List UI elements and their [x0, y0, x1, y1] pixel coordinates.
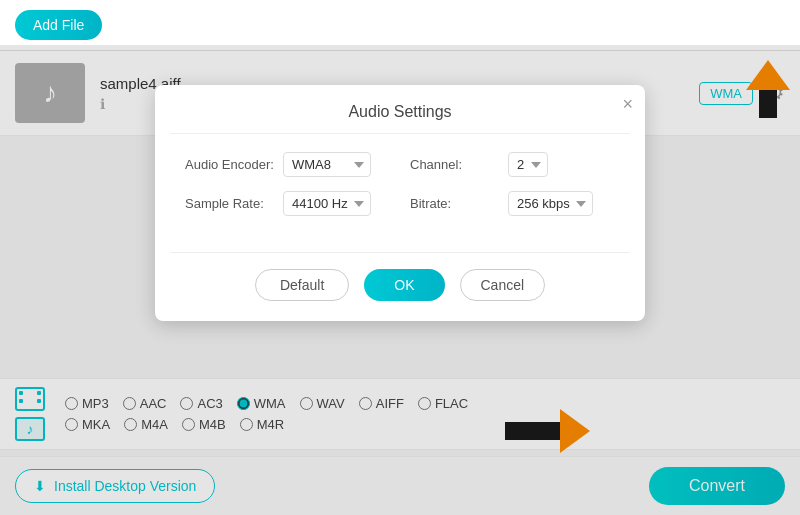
audio-settings-modal: × Audio Settings Audio Encoder: WMA8 WMA… [155, 85, 645, 321]
sample-rate-label: Sample Rate: [185, 196, 275, 211]
modal-actions: Default OK Cancel [155, 253, 645, 321]
default-button[interactable]: Default [255, 269, 349, 301]
top-bar: Add File [0, 0, 800, 51]
channel-select[interactable]: 1 2 [508, 152, 548, 177]
sample-rate-select[interactable]: 22050 Hz 44100 Hz 48000 Hz [283, 191, 371, 216]
ok-button[interactable]: OK [364, 269, 444, 301]
modal-overlay: × Audio Settings Audio Encoder: WMA8 WMA… [0, 45, 800, 515]
channel-label: Channel: [410, 157, 500, 172]
cancel-button[interactable]: Cancel [460, 269, 546, 301]
bitrate-select[interactable]: 128 kbps 192 kbps 256 kbps 320 kbps [508, 191, 593, 216]
channel-row: Channel: 1 2 [410, 152, 615, 177]
modal-title: Audio Settings [155, 85, 645, 133]
modal-body: Audio Encoder: WMA8 WMA WMA Pro Channel:… [155, 134, 645, 236]
modal-close-button[interactable]: × [622, 95, 633, 113]
audio-encoder-row: Audio Encoder: WMA8 WMA WMA Pro [185, 152, 390, 177]
audio-encoder-label: Audio Encoder: [185, 157, 275, 172]
audio-encoder-select[interactable]: WMA8 WMA WMA Pro [283, 152, 371, 177]
bitrate-label: Bitrate: [410, 196, 500, 211]
sample-rate-row: Sample Rate: 22050 Hz 44100 Hz 48000 Hz [185, 191, 390, 216]
add-file-button[interactable]: Add File [15, 10, 102, 40]
bitrate-row: Bitrate: 128 kbps 192 kbps 256 kbps 320 … [410, 191, 615, 216]
settings-grid: Audio Encoder: WMA8 WMA WMA Pro Channel:… [185, 152, 615, 216]
